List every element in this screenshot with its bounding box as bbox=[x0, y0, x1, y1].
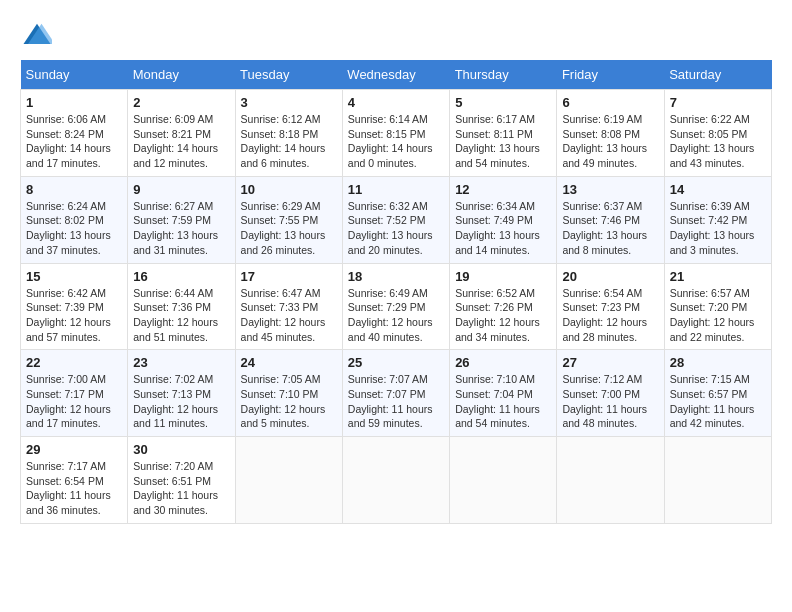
day-number: 2 bbox=[133, 95, 229, 110]
day-info: Sunrise: 6:22 AM Sunset: 8:05 PM Dayligh… bbox=[670, 112, 766, 171]
day-info: Sunrise: 6:37 AM Sunset: 7:46 PM Dayligh… bbox=[562, 199, 658, 258]
day-info: Sunrise: 6:47 AM Sunset: 7:33 PM Dayligh… bbox=[241, 286, 337, 345]
day-cell-2: 2Sunrise: 6:09 AM Sunset: 8:21 PM Daylig… bbox=[128, 90, 235, 177]
day-info: Sunrise: 6:19 AM Sunset: 8:08 PM Dayligh… bbox=[562, 112, 658, 171]
page-header bbox=[20, 20, 772, 50]
empty-cell bbox=[557, 437, 664, 524]
day-number: 15 bbox=[26, 269, 122, 284]
day-cell-8: 8Sunrise: 6:24 AM Sunset: 8:02 PM Daylig… bbox=[21, 176, 128, 263]
day-info: Sunrise: 7:12 AM Sunset: 7:00 PM Dayligh… bbox=[562, 372, 658, 431]
day-cell-10: 10Sunrise: 6:29 AM Sunset: 7:55 PM Dayli… bbox=[235, 176, 342, 263]
day-number: 29 bbox=[26, 442, 122, 457]
day-number: 25 bbox=[348, 355, 444, 370]
calendar-table: SundayMondayTuesdayWednesdayThursdayFrid… bbox=[20, 60, 772, 524]
day-info: Sunrise: 6:52 AM Sunset: 7:26 PM Dayligh… bbox=[455, 286, 551, 345]
day-info: Sunrise: 6:17 AM Sunset: 8:11 PM Dayligh… bbox=[455, 112, 551, 171]
day-number: 18 bbox=[348, 269, 444, 284]
day-info: Sunrise: 6:39 AM Sunset: 7:42 PM Dayligh… bbox=[670, 199, 766, 258]
week-row-5: 29Sunrise: 7:17 AM Sunset: 6:54 PM Dayli… bbox=[21, 437, 772, 524]
day-cell-27: 27Sunrise: 7:12 AM Sunset: 7:00 PM Dayli… bbox=[557, 350, 664, 437]
day-number: 17 bbox=[241, 269, 337, 284]
header-saturday: Saturday bbox=[664, 60, 771, 90]
day-cell-28: 28Sunrise: 7:15 AM Sunset: 6:57 PM Dayli… bbox=[664, 350, 771, 437]
day-cell-24: 24Sunrise: 7:05 AM Sunset: 7:10 PM Dayli… bbox=[235, 350, 342, 437]
week-row-2: 8Sunrise: 6:24 AM Sunset: 8:02 PM Daylig… bbox=[21, 176, 772, 263]
day-cell-20: 20Sunrise: 6:54 AM Sunset: 7:23 PM Dayli… bbox=[557, 263, 664, 350]
empty-cell bbox=[664, 437, 771, 524]
day-info: Sunrise: 6:42 AM Sunset: 7:39 PM Dayligh… bbox=[26, 286, 122, 345]
header-tuesday: Tuesday bbox=[235, 60, 342, 90]
day-cell-15: 15Sunrise: 6:42 AM Sunset: 7:39 PM Dayli… bbox=[21, 263, 128, 350]
day-cell-14: 14Sunrise: 6:39 AM Sunset: 7:42 PM Dayli… bbox=[664, 176, 771, 263]
day-cell-26: 26Sunrise: 7:10 AM Sunset: 7:04 PM Dayli… bbox=[450, 350, 557, 437]
day-info: Sunrise: 6:09 AM Sunset: 8:21 PM Dayligh… bbox=[133, 112, 229, 171]
day-number: 1 bbox=[26, 95, 122, 110]
day-cell-17: 17Sunrise: 6:47 AM Sunset: 7:33 PM Dayli… bbox=[235, 263, 342, 350]
day-cell-30: 30Sunrise: 7:20 AM Sunset: 6:51 PM Dayli… bbox=[128, 437, 235, 524]
day-cell-1: 1Sunrise: 6:06 AM Sunset: 8:24 PM Daylig… bbox=[21, 90, 128, 177]
header-friday: Friday bbox=[557, 60, 664, 90]
logo-icon bbox=[22, 20, 52, 50]
day-info: Sunrise: 6:32 AM Sunset: 7:52 PM Dayligh… bbox=[348, 199, 444, 258]
day-cell-16: 16Sunrise: 6:44 AM Sunset: 7:36 PM Dayli… bbox=[128, 263, 235, 350]
day-number: 4 bbox=[348, 95, 444, 110]
header-wednesday: Wednesday bbox=[342, 60, 449, 90]
day-cell-5: 5Sunrise: 6:17 AM Sunset: 8:11 PM Daylig… bbox=[450, 90, 557, 177]
day-number: 20 bbox=[562, 269, 658, 284]
header-sunday: Sunday bbox=[21, 60, 128, 90]
day-number: 8 bbox=[26, 182, 122, 197]
day-number: 23 bbox=[133, 355, 229, 370]
day-info: Sunrise: 7:17 AM Sunset: 6:54 PM Dayligh… bbox=[26, 459, 122, 518]
day-info: Sunrise: 7:02 AM Sunset: 7:13 PM Dayligh… bbox=[133, 372, 229, 431]
day-cell-11: 11Sunrise: 6:32 AM Sunset: 7:52 PM Dayli… bbox=[342, 176, 449, 263]
day-info: Sunrise: 6:14 AM Sunset: 8:15 PM Dayligh… bbox=[348, 112, 444, 171]
day-cell-6: 6Sunrise: 6:19 AM Sunset: 8:08 PM Daylig… bbox=[557, 90, 664, 177]
day-number: 24 bbox=[241, 355, 337, 370]
week-row-1: 1Sunrise: 6:06 AM Sunset: 8:24 PM Daylig… bbox=[21, 90, 772, 177]
day-info: Sunrise: 7:07 AM Sunset: 7:07 PM Dayligh… bbox=[348, 372, 444, 431]
day-number: 9 bbox=[133, 182, 229, 197]
day-number: 21 bbox=[670, 269, 766, 284]
day-info: Sunrise: 6:57 AM Sunset: 7:20 PM Dayligh… bbox=[670, 286, 766, 345]
day-number: 28 bbox=[670, 355, 766, 370]
logo bbox=[20, 20, 52, 50]
day-number: 12 bbox=[455, 182, 551, 197]
day-cell-7: 7Sunrise: 6:22 AM Sunset: 8:05 PM Daylig… bbox=[664, 90, 771, 177]
day-number: 6 bbox=[562, 95, 658, 110]
week-row-4: 22Sunrise: 7:00 AM Sunset: 7:17 PM Dayli… bbox=[21, 350, 772, 437]
day-info: Sunrise: 6:34 AM Sunset: 7:49 PM Dayligh… bbox=[455, 199, 551, 258]
day-cell-4: 4Sunrise: 6:14 AM Sunset: 8:15 PM Daylig… bbox=[342, 90, 449, 177]
day-info: Sunrise: 6:27 AM Sunset: 7:59 PM Dayligh… bbox=[133, 199, 229, 258]
day-cell-9: 9Sunrise: 6:27 AM Sunset: 7:59 PM Daylig… bbox=[128, 176, 235, 263]
day-number: 22 bbox=[26, 355, 122, 370]
day-info: Sunrise: 6:06 AM Sunset: 8:24 PM Dayligh… bbox=[26, 112, 122, 171]
day-cell-21: 21Sunrise: 6:57 AM Sunset: 7:20 PM Dayli… bbox=[664, 263, 771, 350]
day-number: 5 bbox=[455, 95, 551, 110]
day-number: 30 bbox=[133, 442, 229, 457]
day-number: 10 bbox=[241, 182, 337, 197]
empty-cell bbox=[450, 437, 557, 524]
day-info: Sunrise: 6:44 AM Sunset: 7:36 PM Dayligh… bbox=[133, 286, 229, 345]
day-cell-3: 3Sunrise: 6:12 AM Sunset: 8:18 PM Daylig… bbox=[235, 90, 342, 177]
day-number: 19 bbox=[455, 269, 551, 284]
day-info: Sunrise: 7:20 AM Sunset: 6:51 PM Dayligh… bbox=[133, 459, 229, 518]
header-thursday: Thursday bbox=[450, 60, 557, 90]
header-monday: Monday bbox=[128, 60, 235, 90]
day-number: 7 bbox=[670, 95, 766, 110]
day-number: 16 bbox=[133, 269, 229, 284]
day-number: 14 bbox=[670, 182, 766, 197]
day-cell-23: 23Sunrise: 7:02 AM Sunset: 7:13 PM Dayli… bbox=[128, 350, 235, 437]
day-number: 27 bbox=[562, 355, 658, 370]
day-info: Sunrise: 7:00 AM Sunset: 7:17 PM Dayligh… bbox=[26, 372, 122, 431]
day-cell-12: 12Sunrise: 6:34 AM Sunset: 7:49 PM Dayli… bbox=[450, 176, 557, 263]
day-number: 26 bbox=[455, 355, 551, 370]
day-info: Sunrise: 7:05 AM Sunset: 7:10 PM Dayligh… bbox=[241, 372, 337, 431]
week-row-3: 15Sunrise: 6:42 AM Sunset: 7:39 PM Dayli… bbox=[21, 263, 772, 350]
day-info: Sunrise: 7:15 AM Sunset: 6:57 PM Dayligh… bbox=[670, 372, 766, 431]
day-cell-13: 13Sunrise: 6:37 AM Sunset: 7:46 PM Dayli… bbox=[557, 176, 664, 263]
day-cell-29: 29Sunrise: 7:17 AM Sunset: 6:54 PM Dayli… bbox=[21, 437, 128, 524]
day-number: 11 bbox=[348, 182, 444, 197]
calendar-header-row: SundayMondayTuesdayWednesdayThursdayFrid… bbox=[21, 60, 772, 90]
day-cell-19: 19Sunrise: 6:52 AM Sunset: 7:26 PM Dayli… bbox=[450, 263, 557, 350]
empty-cell bbox=[235, 437, 342, 524]
